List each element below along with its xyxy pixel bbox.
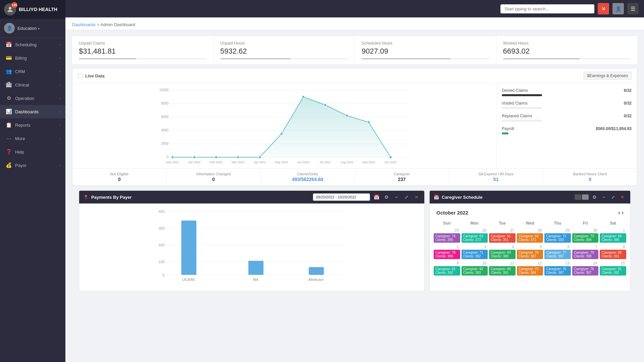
search-input[interactable] — [500, 4, 594, 13]
calendar-event[interactable]: Caregiver: 79Clients: 390 — [572, 250, 599, 259]
footer-stat-label: Clients/Units — [263, 172, 352, 176]
app-logo[interactable]: 125 — [4, 3, 16, 15]
calendar-event[interactable]: Caregiver: 76Clients: 387 — [572, 266, 599, 276]
calendar-event[interactable]: Caregiver: 71Clients: 382 — [462, 250, 488, 259]
svg-point-16 — [215, 156, 218, 159]
footer-caregiver: Caregiver 237 — [355, 169, 449, 185]
sidebar-item-dashboards[interactable]: 📊 Dashboards ‹ — [0, 105, 65, 118]
chevron-icon: ‹ — [60, 56, 61, 60]
calendar-cell: 25Caregiver: 74Clients: 385 — [433, 227, 461, 243]
scheduling-icon: 📅 — [6, 42, 12, 48]
svg-point-0 — [9, 7, 11, 10]
calendar-event[interactable]: Caregiver: 77Clients: 387 — [544, 250, 571, 259]
next-month-button[interactable]: › — [622, 209, 624, 216]
sidebar-item-label: Billing — [15, 56, 56, 61]
calendar-event[interactable]: Caregiver: 81Clients: 392 — [434, 266, 460, 276]
expand-icon[interactable]: ⤢ — [403, 193, 410, 201]
footer-stats: Not Eligible 0 Information Changed 0 Cli… — [72, 168, 637, 185]
sidebar-item-operation[interactable]: ⚙ Operation ‹ — [0, 92, 65, 105]
earnings-expenses-button[interactable]: $Earnings & Expenses — [584, 72, 632, 80]
user-section[interactable]: 👤 Education ▾ — [0, 19, 65, 38]
cal-date-number: 27 — [489, 228, 516, 233]
prev-month-button[interactable]: ‹ — [618, 209, 620, 216]
sidebar-item-scheduling[interactable]: 📅 Scheduling ‹ — [0, 38, 65, 51]
replaced-claims-bar — [502, 120, 542, 122]
denied-claims-label: Denied Claims — [502, 88, 542, 93]
calendar-event[interactable]: Caregiver: 69Clients: 380 — [489, 250, 516, 259]
payments-controls: 📅 ⚙ − ⤢ ✕ — [313, 193, 420, 201]
svg-point-24 — [389, 156, 392, 159]
calendar-event[interactable]: Caregiver: 51Clients: 361 — [489, 233, 516, 243]
chevron-icon: ‹ — [60, 164, 61, 167]
calendar-event[interactable]: Caregiver: 81Clients: 392 — [600, 266, 626, 276]
footer-stat-label: Not Eligible — [75, 172, 164, 176]
chevron-icon: ‹ — [60, 83, 61, 87]
calendar-event[interactable]: Caregiver: 80Clients: 391 — [600, 250, 626, 259]
close-button[interactable]: ✕ — [598, 3, 609, 14]
minimize-icon[interactable]: − — [393, 193, 400, 201]
menu-button[interactable]: ☰ — [627, 3, 639, 14]
replaced-claims-value: 0/32 — [624, 114, 632, 118]
calendar-event[interactable]: Caregiver: 84Clients: 395 — [600, 233, 626, 243]
sidebar-item-label: Payor — [15, 163, 56, 168]
svg-text:300: 300 — [158, 226, 164, 230]
payor-icon: 💰 — [6, 162, 12, 168]
svg-text:Jan 2022: Jan 2022 — [188, 161, 201, 164]
calendar-event[interactable]: Caregiver: 63Clients: 373 — [462, 233, 488, 243]
sidebar-item-label: Operation — [15, 96, 56, 101]
close-icon[interactable]: ✕ — [413, 193, 420, 201]
expand-icon[interactable]: ⤢ — [609, 193, 617, 201]
notification-badge[interactable]: 125 — [11, 2, 17, 8]
close-icon[interactable]: ✕ — [619, 193, 626, 201]
breadcrumb-parent[interactable]: Dashboards — [72, 22, 96, 27]
calendar-event[interactable]: Caregiver: 82Clients: 393 — [462, 266, 488, 276]
sidebar-item-help[interactable]: ❓ Help — [0, 145, 65, 159]
sidebar-item-payor[interactable]: 💰 Payor ‹ — [0, 159, 65, 172]
calendar-cell: 8Caregiver: 80Clients: 391 — [599, 243, 627, 260]
calendar-cell: 15Caregiver: 81Clients: 392 — [599, 260, 627, 276]
calendar-event[interactable]: Caregiver: 80Clients: 391 — [489, 266, 516, 276]
footer-stat-label: Banked Hours Client — [546, 172, 634, 176]
date-range-input[interactable] — [313, 193, 370, 201]
sidebar-item-reports[interactable]: 📋 Reports ‹ — [0, 118, 65, 132]
calendar-event[interactable]: Caregiver: 76Clients: 387 — [517, 250, 543, 259]
calendar-event[interactable]: Caregiver: 74Clients: 385 — [434, 233, 460, 243]
cal-day-thu: Thu — [544, 220, 572, 227]
calendar-event[interactable]: Caregiver: 73Clients: 384 — [572, 233, 599, 243]
sidebar-item-more[interactable]: ⋯ More ‹ — [0, 132, 65, 145]
settings-icon[interactable]: ⚙ — [383, 193, 390, 201]
live-data-checkbox[interactable] — [78, 73, 83, 78]
svg-point-19 — [280, 132, 283, 135]
cal-date-number: 12 — [517, 260, 543, 266]
calendar-event[interactable]: Caregiver: 72Clients: 383 — [544, 233, 571, 243]
app-header: 125 BILLIYO HEALTH — [0, 0, 65, 19]
bar-chart-svg: 400 300 200 100 0 — [85, 208, 419, 285]
view-list-button[interactable] — [582, 194, 589, 200]
svg-text:100: 100 — [158, 260, 164, 264]
avatar: 👤 — [4, 23, 15, 34]
sidebar-item-crm[interactable]: 👥 CRM ‹ — [0, 65, 65, 78]
cal-date-number: 25 — [434, 228, 460, 233]
stat-value: 6693.02 — [503, 47, 631, 56]
sidebar-item-clinical[interactable]: 🏥 Clinical ‹ — [0, 78, 65, 92]
calendar-event[interactable]: Caregiver: 76Clients: 387 — [544, 266, 571, 276]
minimize-icon[interactable]: − — [600, 193, 607, 201]
sidebar-item-billing[interactable]: 💳 Billing ‹ — [0, 51, 65, 65]
calendar-event[interactable]: Caregiver: 78Clients: 389 — [434, 250, 460, 259]
svg-text:Jul 2022: Jul 2022 — [319, 161, 331, 164]
chevron-icon: ‹ — [60, 97, 61, 100]
live-data-panel: Live Data $Earnings & Expenses — [72, 68, 637, 186]
user-profile-button[interactable]: 👤 — [612, 3, 624, 14]
voided-claims-row: Voided Claims 0/32 — [502, 101, 632, 109]
svg-text:10000: 10000 — [159, 88, 169, 92]
calendar-icon[interactable]: 📅 — [373, 193, 380, 201]
svg-rect-50 — [309, 267, 324, 275]
view-grid-button[interactable] — [575, 194, 581, 200]
footer-sa-expired: SA Expired <90 Days 51 — [449, 169, 543, 185]
calendar-event[interactable]: Caregiver: 73Clients: 384 — [517, 266, 543, 276]
calendar-cell: 30Caregiver: 73Clients: 384 — [572, 227, 599, 243]
settings-icon[interactable]: ⚙ — [591, 193, 598, 201]
cal-date-number: 26 — [462, 228, 488, 233]
calendar-event[interactable]: Caregiver: 60Clients: 371 — [517, 233, 543, 243]
replaced-claims-label: Replaced Claims — [502, 114, 542, 118]
